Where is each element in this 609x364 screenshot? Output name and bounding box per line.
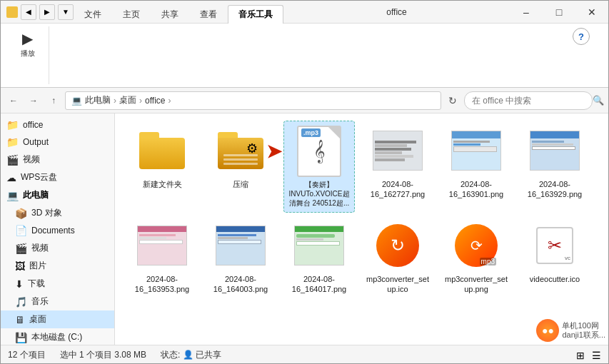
png2-icon-wrap [451, 125, 502, 176]
tab-file[interactable]: 文件 [74, 5, 112, 24]
scissors-icon: ✂ [548, 236, 562, 256]
file-item-mp3conv-ico[interactable]: ↻ mp3converter_setup.ico [362, 216, 433, 299]
close-button[interactable]: ✕ [575, 1, 608, 24]
file-item-png4[interactable]: 2024-08-16_163953.png [126, 216, 198, 299]
png2-titlebar [452, 131, 500, 138]
addressbar: ← → ↑ 💻 此电脑 › 桌面 › office › ↻ 🔍 [1, 88, 608, 113]
sidebar-item-music[interactable]: 🎵 音乐 [1, 293, 114, 310]
png6-thumb [294, 226, 344, 266]
png2-content [452, 138, 500, 154]
titlebar-nav-down[interactable]: ▼ [58, 4, 74, 20]
png5-thumb [216, 226, 266, 266]
folder-line-3 [223, 163, 258, 165]
newfolder-icon-wrap [136, 125, 188, 176]
sidebar-label-downloads: 下载 [28, 278, 45, 290]
sidebar-label-office: office [23, 120, 43, 130]
png5-preview [216, 226, 265, 265]
png4-thumb [137, 226, 187, 266]
sidebar-item-downloads[interactable]: ⬇ 下载 [1, 275, 114, 293]
folder-body [139, 138, 185, 169]
file-area: 新建文件夹 ⚙ [115, 113, 608, 345]
sidebar-label-music: 音乐 [31, 295, 49, 308]
sidebar-item-output[interactable]: 📁 Output [1, 133, 114, 151]
path-sep-3: › [168, 96, 171, 106]
sidebar-label-wps: WPS云盘 [21, 171, 57, 183]
ribbon-tabs: 文件 主页 共享 查看 音乐工具 [74, 1, 283, 24]
sidebar-item-video[interactable]: 🎬 视频 [1, 151, 114, 168]
minimize-button[interactable]: – [510, 1, 543, 24]
file-item-png2[interactable]: 2024-08-16_163901.png [441, 121, 512, 213]
file-item-png3[interactable]: 2024-08-16_163929.png [519, 121, 590, 213]
search-icon: 🔍 [593, 95, 604, 106]
nav-up-button[interactable]: ↑ [45, 92, 62, 109]
main-area: 📁 office 📁 Output 🎬 视频 ☁ WPS云盘 💻 此电脑 📦 3… [1, 113, 608, 345]
watermark-logo: ●● [536, 319, 559, 342]
sidebar-label-docs: Documents [31, 226, 75, 236]
maximize-button[interactable]: □ [543, 1, 575, 24]
path-computer: 此电脑 [85, 94, 111, 106]
view-list-button[interactable]: ☰ [592, 350, 601, 361]
mp3-badge: .mp3 [301, 128, 321, 137]
music-note-icon: 𝄞 [313, 140, 326, 163]
file-item-png5[interactable]: 2024-08-16_164003.png [205, 216, 276, 299]
sidebar-item-office[interactable]: 📁 office [1, 116, 114, 133]
window-controls: – □ ✕ [510, 1, 608, 24]
tab-view[interactable]: 查看 [189, 5, 228, 24]
sidebar-item-wps[interactable]: ☁ WPS云盘 [1, 168, 114, 186]
refresh-button[interactable]: ↻ [444, 92, 461, 109]
arrows-icon: ↻ [391, 236, 405, 256]
nav-back-button[interactable]: ← [5, 92, 22, 109]
drive-c-icon: 💾 [15, 332, 27, 343]
tab-music[interactable]: 音乐工具 [228, 5, 283, 24]
window-title: office [386, 7, 406, 17]
search-input[interactable] [464, 91, 593, 110]
tab-main[interactable]: 主页 [112, 5, 151, 24]
path-computer-icon: 💻 [71, 96, 82, 106]
statusbar-selected: 选中 1 个项目 3.08 MB [60, 349, 146, 361]
sidebar-item-videos[interactable]: 🎬 视频 [1, 239, 114, 257]
path-sep-1: › [114, 96, 116, 106]
help-button[interactable]: ? [573, 28, 590, 45]
file-item-mp3[interactable]: .mp3 𝄞 ➤ 【奏妍】INVUTo.XVOICE超清舞台 240512超..… [283, 121, 355, 213]
sidebar-item-drive-c[interactable]: 💾 本地磁盘 (C:) [1, 328, 114, 345]
file-item-videocutter[interactable]: ✂ vc videocutter.ico [519, 216, 590, 299]
view-grid-button[interactable]: ⊞ [576, 350, 585, 361]
newfolder-label: 新建文件夹 [143, 179, 182, 189]
file-item-png6[interactable]: 2024-08-16_164017.png [283, 216, 355, 299]
play-icon: ▶ [22, 30, 33, 47]
png3-label: 2024-08-16_163929.png [522, 179, 588, 200]
file-item-png1[interactable]: 2024-08-16_162727.png [362, 121, 433, 213]
ribbon-play-btn[interactable]: ▶ 播放 [17, 28, 39, 61]
music-icon: 🎵 [15, 296, 27, 308]
png3-titlebar [530, 131, 579, 138]
png3-thumb [530, 131, 580, 171]
ribbon-group-help: ? [560, 26, 603, 84]
mp3conv-ico-wrap: ↻ [372, 220, 423, 271]
sidebar-item-3d[interactable]: 📦 3D 对象 [1, 204, 114, 222]
sidebar-item-pc[interactable]: 💻 此电脑 [1, 186, 114, 204]
mp3-text-badge: mp3 [480, 258, 496, 266]
file-item-compressed[interactable]: ⚙ 压缩 [205, 121, 276, 213]
address-path[interactable]: 💻 此电脑 › 桌面 › office › [65, 91, 441, 110]
file-item-mp3conv-png[interactable]: ⟳ mp3 mp3converter_setup.png [441, 216, 512, 299]
file-item-newfolder[interactable]: 新建文件夹 [126, 121, 198, 213]
sidebar-label-output: Output [23, 137, 49, 147]
png4-icon-wrap [136, 220, 188, 271]
video-icon: 🎬 [6, 154, 19, 166]
sidebar-item-docs[interactable]: 📄 Documents [1, 222, 114, 239]
statusbar-view-controls: ⊞ ☰ [576, 350, 601, 361]
sidebar-label-3d: 3D 对象 [31, 207, 62, 219]
mp3conv-png-wrap: ⟳ mp3 [451, 220, 502, 271]
titlebar-left: ◀ ▶ ▼ [6, 4, 74, 20]
titlebar-nav-forward[interactable]: ▶ [39, 4, 55, 20]
png6-label: 2024-08-16_164017.png [286, 274, 352, 295]
tab-share[interactable]: 共享 [151, 5, 189, 24]
docs-icon: 📄 [15, 225, 27, 236]
watermark-text: 单机100网 danji1联系... [562, 321, 605, 340]
folder-icon-output: 📁 [6, 136, 19, 148]
sidebar-item-desktop[interactable]: 🖥 桌面 [1, 310, 114, 328]
titlebar-nav-back[interactable]: ◀ [21, 4, 36, 20]
sidebar-item-pictures[interactable]: 🖼 图片 [1, 257, 114, 275]
nav-forward-button[interactable]: → [25, 92, 42, 109]
mp3conv-png-bg: ⟳ mp3 [455, 224, 498, 267]
